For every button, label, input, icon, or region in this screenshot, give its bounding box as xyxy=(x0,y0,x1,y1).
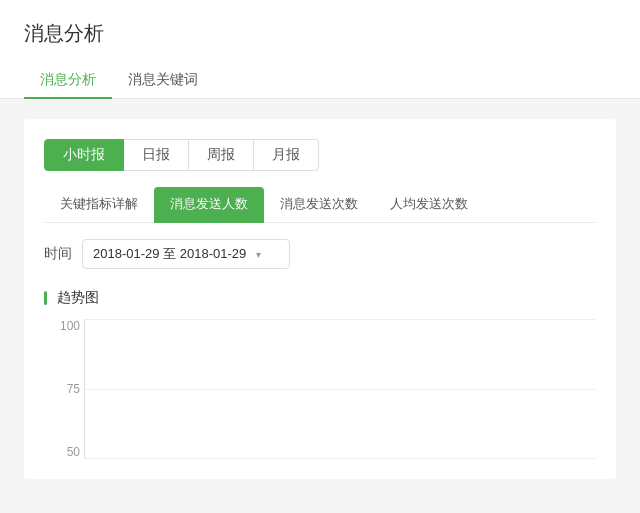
period-tab-weekly[interactable]: 周报 xyxy=(189,139,254,171)
chart-title: 趋势图 xyxy=(44,289,596,307)
nav-tabs: 消息分析 消息关键词 xyxy=(24,63,616,98)
page-header: 消息分析 消息分析 消息关键词 xyxy=(0,0,640,99)
metric-tab-send-count[interactable]: 消息发送次数 xyxy=(264,187,374,223)
chart-section: 趋势图 100 75 50 xyxy=(44,289,596,459)
white-card: 小时报 日报 周报 月报 关键指标详解 消息发送人数 消息发送次数 人均发送次数… xyxy=(24,119,616,479)
content-area: 小时报 日报 周报 月报 关键指标详解 消息发送人数 消息发送次数 人均发送次数… xyxy=(0,99,640,499)
period-tab-hourly[interactable]: 小时报 xyxy=(44,139,124,171)
y-label-75: 75 xyxy=(48,382,80,396)
nav-tab-analysis[interactable]: 消息分析 xyxy=(24,63,112,99)
chevron-down-icon: ▾ xyxy=(256,249,261,260)
y-label-50: 50 xyxy=(48,445,80,459)
nav-tab-keywords[interactable]: 消息关键词 xyxy=(112,63,214,99)
y-label-100: 100 xyxy=(48,319,80,333)
metric-tabs: 关键指标详解 消息发送人数 消息发送次数 人均发送次数 xyxy=(44,187,596,223)
chart-title-text: 趋势图 xyxy=(57,289,99,307)
page-title: 消息分析 xyxy=(24,20,616,47)
y-axis-labels: 100 75 50 xyxy=(48,319,80,459)
date-picker-value: 2018-01-29 至 2018-01-29 xyxy=(93,245,246,263)
chart-title-bar-icon xyxy=(44,291,47,305)
chart-wrapper: 100 75 50 xyxy=(84,319,596,459)
metric-tab-avg-send[interactable]: 人均发送次数 xyxy=(374,187,484,223)
date-label: 时间 xyxy=(44,245,72,263)
period-tab-monthly[interactable]: 月报 xyxy=(254,139,319,171)
period-tab-daily[interactable]: 日报 xyxy=(124,139,189,171)
metric-tab-send-users[interactable]: 消息发送人数 xyxy=(154,187,264,223)
period-tabs: 小时报 日报 周报 月报 xyxy=(44,139,596,171)
date-picker[interactable]: 2018-01-29 至 2018-01-29 ▾ xyxy=(82,239,290,269)
metric-tab-key-indicators[interactable]: 关键指标详解 xyxy=(44,187,154,223)
date-row: 时间 2018-01-29 至 2018-01-29 ▾ xyxy=(44,239,596,269)
